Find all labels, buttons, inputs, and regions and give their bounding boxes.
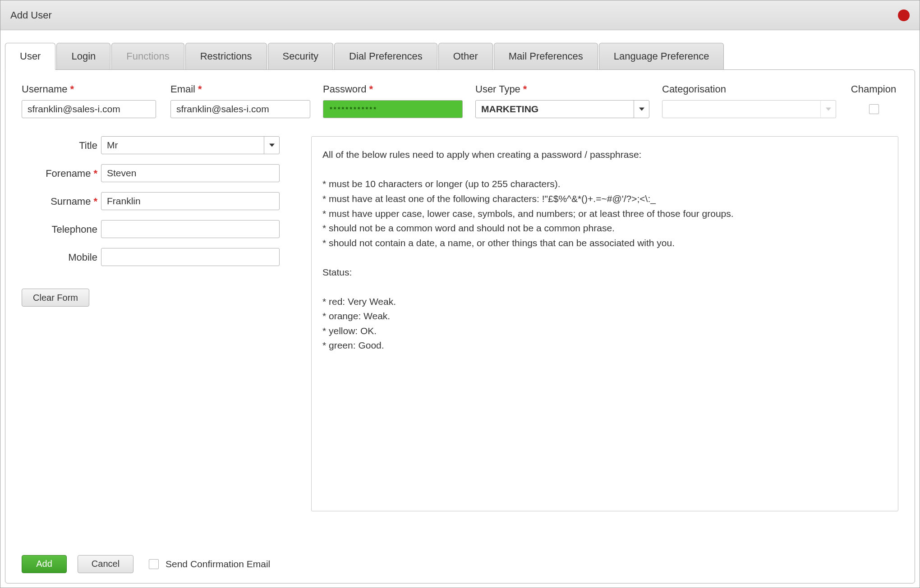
chevron-down-icon	[820, 101, 836, 118]
required-mark: *	[369, 83, 373, 95]
username-label: Username	[22, 83, 67, 95]
password-input[interactable]: ************	[323, 100, 463, 118]
field-group-forename: Forename*	[22, 164, 284, 182]
email-input[interactable]	[170, 100, 310, 118]
field-group-username: Username*	[22, 83, 170, 119]
mobile-input[interactable]	[101, 248, 280, 266]
tab-mail-preferences-label: Mail Preferences	[509, 51, 583, 62]
field-group-title: Title Mr	[22, 136, 284, 154]
field-group-telephone: Telephone	[22, 220, 284, 238]
lower-section: Title Mr Forename* Surname* Telephone	[22, 136, 898, 511]
field-group-email: Email*	[170, 83, 323, 119]
tab-other[interactable]: Other	[438, 43, 493, 69]
title-value: Mr	[107, 139, 118, 152]
tabstrip: User Login Functions Restrictions Securi…	[5, 43, 920, 69]
field-group-usertype: User Type* MARKETING	[475, 83, 662, 119]
tab-language-preference[interactable]: Language Preference	[599, 43, 724, 69]
usertype-value: MARKETING	[481, 103, 538, 115]
required-mark: *	[93, 196, 97, 207]
categorisation-label: Categorisation	[662, 83, 726, 95]
cancel-button[interactable]: Cancel	[78, 555, 133, 573]
tab-user-label: User	[20, 51, 41, 62]
tab-functions: Functions	[111, 43, 184, 69]
tab-dial-preferences-label: Dial Preferences	[349, 51, 423, 62]
svg-marker-1	[826, 108, 831, 111]
tab-other-label: Other	[453, 51, 478, 62]
required-mark: *	[93, 168, 97, 179]
add-button[interactable]: Add	[22, 555, 67, 573]
tab-restrictions[interactable]: Restrictions	[185, 43, 267, 69]
clear-form-button[interactable]: Clear Form	[22, 289, 89, 307]
close-icon[interactable]	[898, 9, 910, 21]
forename-label: Forename	[46, 168, 91, 179]
title-select[interactable]: Mr	[101, 136, 280, 154]
email-label: Email	[170, 83, 195, 95]
mobile-label: Mobile	[68, 252, 97, 263]
tab-restrictions-label: Restrictions	[200, 51, 252, 62]
field-group-champion: Champion	[849, 83, 898, 119]
tab-user[interactable]: User	[5, 43, 55, 70]
field-group-surname: Surname*	[22, 192, 284, 210]
svg-marker-2	[269, 144, 275, 147]
usertype-select[interactable]: MARKETING	[475, 100, 649, 118]
password-rules-panel: All of the below rules need to apply whe…	[311, 136, 898, 511]
tab-language-preference-label: Language Preference	[614, 51, 709, 62]
field-group-categorisation: Categorisation	[662, 83, 846, 119]
field-group-mobile: Mobile	[22, 248, 284, 266]
window-title: Add User	[10, 9, 52, 22]
chevron-down-icon	[634, 101, 649, 118]
tab-functions-label: Functions	[126, 51, 169, 62]
username-input[interactable]	[22, 100, 156, 118]
telephone-input[interactable]	[101, 220, 280, 238]
usertype-label: User Type	[475, 83, 520, 95]
tab-pane-user: Username* Email* Password* ************ …	[5, 69, 915, 583]
tab-mail-preferences[interactable]: Mail Preferences	[494, 43, 598, 69]
personal-details-form: Title Mr Forename* Surname* Telephone	[22, 136, 284, 307]
tab-login-label: Login	[71, 51, 96, 62]
categorisation-select[interactable]	[662, 100, 836, 118]
send-confirmation-row[interactable]: Send Confirmation Email	[147, 558, 270, 570]
telephone-label: Telephone	[51, 224, 97, 235]
send-confirmation-label: Send Confirmation Email	[166, 558, 270, 570]
tab-login[interactable]: Login	[56, 43, 110, 69]
surname-input[interactable]	[101, 192, 280, 210]
title-label: Title	[79, 140, 97, 151]
footer-actions: Add Cancel Send Confirmation Email	[22, 555, 898, 573]
titlebar: Add User	[0, 0, 920, 30]
field-group-password: Password* ************	[323, 83, 475, 119]
champion-checkbox[interactable]	[869, 104, 879, 114]
svg-marker-0	[639, 108, 644, 111]
champion-label: Champion	[851, 83, 896, 95]
tab-dial-preferences[interactable]: Dial Preferences	[334, 43, 437, 69]
required-mark: *	[198, 83, 202, 95]
password-label: Password	[323, 83, 367, 95]
send-confirmation-checkbox[interactable]	[149, 559, 159, 569]
forename-input[interactable]	[101, 164, 280, 182]
required-mark: *	[70, 83, 74, 95]
clear-form-label: Clear Form	[33, 293, 78, 303]
tab-security-label: Security	[283, 51, 318, 62]
surname-label: Surname	[51, 196, 91, 207]
add-user-window: Add User User Login Functions Restrictio…	[0, 0, 920, 588]
cancel-button-label: Cancel	[92, 559, 120, 569]
top-form-row: Username* Email* Password* ************ …	[22, 83, 898, 119]
add-button-label: Add	[36, 559, 52, 569]
tab-security[interactable]: Security	[268, 43, 333, 69]
chevron-down-icon	[264, 137, 279, 154]
required-mark: *	[523, 83, 527, 95]
password-masked-value: ************	[330, 105, 377, 114]
